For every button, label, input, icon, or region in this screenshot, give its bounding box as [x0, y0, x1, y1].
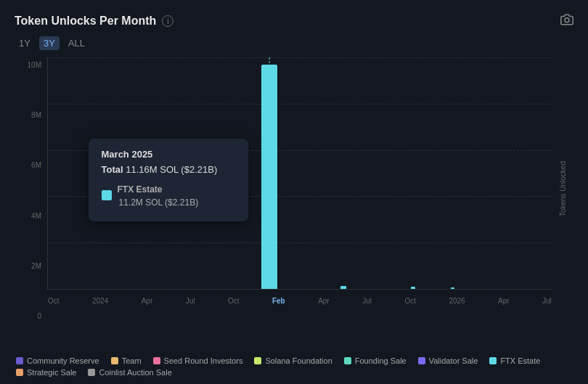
- y-tick-10m: 10M: [28, 61, 41, 69]
- x-tick-feb: Feb: [272, 297, 285, 305]
- chart-area: 10M 8M 6M 4M 2M 0: [15, 57, 573, 336]
- legend-dot-team: [111, 357, 118, 364]
- legend-dot-coinlist: [88, 369, 95, 376]
- x-tick-apr3: Apr: [498, 297, 510, 305]
- x-tick-apr2: Apr: [318, 297, 330, 305]
- legend-item-validator-sale: Validator Sale: [418, 356, 478, 365]
- legend-dot-strategic-sale: [16, 369, 23, 376]
- y-tick-2m: 2M: [31, 262, 41, 270]
- main-bar: [261, 65, 277, 289]
- header-row: Token Unlocks Per Month i: [15, 13, 573, 29]
- tooltip-total: Total 11.16M SOL ($2.21B): [102, 164, 235, 175]
- tooltip-item-0: FTX Estate 11.2M SOL ($2.21B): [102, 182, 235, 208]
- x-tick-2024: 2024: [92, 297, 108, 305]
- legend-label-strategic-sale: Strategic Sale: [27, 368, 76, 377]
- y-tick-8m: 8M: [31, 111, 41, 119]
- x-tick-jul3: Jul: [542, 297, 552, 305]
- y-axis-label: Tokens Unlocked: [559, 161, 567, 216]
- legend-item-community-reserve: Community Reserve: [16, 356, 99, 365]
- camera-icon[interactable]: [560, 13, 573, 29]
- y-axis: 10M 8M 6M 4M 2M 0: [15, 57, 47, 336]
- legend-item-seed-round: Seed Round Investors: [153, 356, 243, 365]
- legend-dot-community-reserve: [16, 357, 23, 364]
- svg-point-0: [565, 18, 569, 23]
- tooltip: March 2025 Total 11.16M SOL ($2.21B) FTX…: [89, 139, 248, 221]
- legend-label-ftx-estate: FTX Estate: [500, 356, 540, 365]
- y-tick-4m: 4M: [31, 212, 41, 220]
- y-tick-0: 0: [37, 312, 41, 320]
- grid-line-0: [48, 289, 552, 290]
- chart-body: March 2025 Total 11.16M SOL ($2.21B) FTX…: [47, 57, 552, 290]
- grid-line-2m: [48, 242, 552, 243]
- legend-label-seed-round: Seed Round Investors: [164, 356, 243, 365]
- tooltip-item-name-0: FTX Estate: [118, 184, 163, 195]
- legend-label-community-reserve: Community Reserve: [27, 356, 99, 365]
- tooltip-date: March 2025: [102, 149, 235, 160]
- title-group: Token Unlocks Per Month i: [15, 15, 173, 28]
- legend-dot-founding-sale: [344, 357, 351, 364]
- mini-bar-3: [451, 287, 454, 289]
- legend-label-team: Team: [122, 356, 142, 365]
- mini-bar-2: [411, 287, 415, 289]
- tooltip-item-value-0: 11.2M SOL ($2.21B): [119, 197, 199, 208]
- legend-item-solana-foundation: Solana Foundation: [254, 356, 332, 365]
- mini-bar-1: [340, 286, 346, 289]
- legend-dot-ftx-estate: [489, 357, 497, 364]
- legend-label-coinlist: Coinlist Auction Sale: [99, 368, 171, 377]
- legend-item-strategic-sale: Strategic Sale: [16, 368, 76, 377]
- grid-line-8m: [48, 104, 552, 105]
- legend-label-founding-sale: Founding Sale: [355, 356, 407, 365]
- x-tick-jul: Jul: [186, 297, 195, 305]
- x-tick-2026: 2026: [449, 297, 465, 305]
- chart-title: Token Unlocks Per Month: [15, 15, 156, 28]
- x-axis: Oct 2024 Apr Jul Oct Feb Apr Jul Oct 202…: [48, 297, 552, 305]
- x-tick-oct: Oct: [48, 297, 60, 305]
- x-tick-apr: Apr: [142, 297, 153, 305]
- legend-dot-validator-sale: [418, 357, 425, 364]
- legend-label-validator-sale: Validator Sale: [429, 356, 478, 365]
- legend-item-team: Team: [111, 356, 142, 365]
- info-icon[interactable]: i: [162, 15, 173, 27]
- time-selector: 1Y 3Y ALL: [15, 36, 573, 50]
- main-container: Token Unlocks Per Month i 1Y 3Y ALL 10M …: [0, 0, 588, 384]
- grid-line-10m: [48, 57, 552, 58]
- legend-dot-solana-foundation: [254, 357, 261, 364]
- legend-item-founding-sale: Founding Sale: [344, 356, 407, 365]
- legend-label-solana-foundation: Solana Foundation: [265, 356, 332, 365]
- right-label: Tokens Unlocked: [552, 57, 573, 336]
- time-btn-3y[interactable]: 3Y: [39, 36, 60, 50]
- legend-dot-seed-round: [153, 357, 160, 364]
- legend-item-coinlist: Coinlist Auction Sale: [88, 368, 171, 377]
- tooltip-color-0: [102, 190, 112, 200]
- y-tick-6m: 6M: [31, 161, 41, 169]
- legend: Community Reserve Team Seed Round Invest…: [15, 356, 573, 377]
- time-btn-1y[interactable]: 1Y: [15, 36, 35, 50]
- x-tick-oct2: Oct: [228, 297, 240, 305]
- x-tick-jul2: Jul: [362, 297, 372, 305]
- legend-item-ftx-estate: FTX Estate: [489, 356, 540, 365]
- time-btn-all[interactable]: ALL: [64, 36, 89, 50]
- chart-with-yaxis: 10M 8M 6M 4M 2M 0: [15, 57, 573, 336]
- x-tick-oct3: Oct: [404, 297, 416, 305]
